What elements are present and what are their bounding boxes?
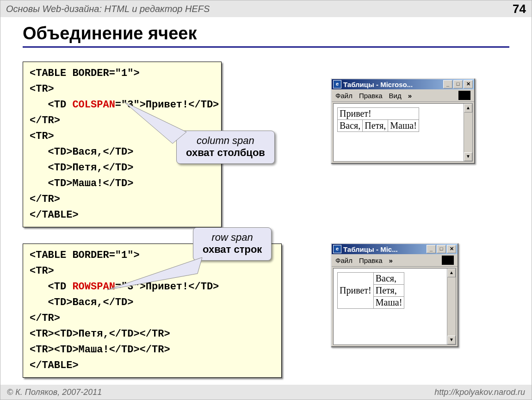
cell-r2c2: Петя, (363, 120, 388, 132)
ie-icon-2: e (333, 245, 341, 253)
scroll-up-icon[interactable]: ▲ (464, 104, 472, 112)
menu-file[interactable]: Файл (335, 92, 353, 100)
minimize-button[interactable]: _ (443, 80, 452, 88)
scroll-down-icon-2[interactable]: ▼ (447, 336, 456, 344)
minimize-button-2[interactable]: _ (427, 245, 436, 253)
ie-icon: e (333, 80, 341, 88)
callout-en-2: row span (203, 231, 262, 244)
callout-row-span: row span охват строк (193, 227, 272, 261)
title-rule (23, 46, 509, 48)
callout-ru-2: охват строк (203, 244, 262, 256)
scroll-down-icon[interactable]: ▼ (464, 152, 472, 161)
slide-header: Основы Web-дизайна: HTML и редактор HEFS… (0, 0, 532, 17)
window-title-2: Таблицы - Mic... (343, 245, 398, 253)
throbber-icon (458, 91, 470, 100)
throbber-icon-2 (442, 256, 454, 265)
titlebar-2: e Таблицы - Mic... _ □ ✕ (332, 244, 458, 254)
cell-rowspan: Привет! (338, 273, 374, 309)
maximize-button-2[interactable]: □ (437, 245, 446, 253)
browser-window-1: e Таблицы - Microso... _ □ ✕ Файл Правка… (331, 78, 475, 164)
menu-edit-2[interactable]: Правка (359, 256, 383, 264)
cell-r3: Маша! (373, 297, 404, 309)
close-button-2[interactable]: ✕ (447, 245, 456, 253)
client-area-1: Привет! Вася, Петя, Маша! ▲ ▼ (333, 103, 473, 162)
cell-r2c1: Вася, (338, 120, 363, 132)
client-area-2: Привет! Вася, Петя, Маша! ▲ ▼ (333, 268, 456, 345)
chevron-icon-2[interactable]: » (389, 256, 393, 264)
copyright: © К. Поляков, 2007-2011 (7, 388, 102, 397)
cell-r1c1: Привет! (338, 108, 419, 120)
slide: Основы Web-дизайна: HTML и редактор HEFS… (0, 0, 532, 400)
window-title: Таблицы - Microso... (343, 81, 413, 88)
scrollbar-v-1[interactable]: ▲ ▼ (464, 104, 472, 161)
footer-url: http://kpolyakov.narod.ru (434, 388, 525, 397)
page-number: 74 (513, 2, 526, 16)
slide-footer: © К. Поляков, 2007-2011 http://kpolyakov… (0, 385, 532, 400)
demo-table-rowspan: Привет! Вася, Петя, Маша! (337, 272, 404, 309)
callout-tail-2 (105, 257, 211, 294)
menu-view[interactable]: Вид (389, 92, 402, 100)
browser-window-2: e Таблицы - Mic... _ □ ✕ Файл Правка » П… (331, 243, 458, 347)
keyword-colspan: COLSPAN (72, 99, 115, 111)
scrollbar-v-2[interactable]: ▲ ▼ (447, 269, 456, 344)
titlebar-1: e Таблицы - Microso... _ □ ✕ (332, 79, 474, 89)
menubar-2: Файл Правка » (332, 254, 458, 267)
slide-title: Объединение ячеек (23, 24, 532, 44)
maximize-button[interactable]: □ (453, 80, 463, 88)
menubar-1: Файл Правка Вид » (332, 89, 474, 102)
callout-en: column span (186, 135, 265, 147)
svg-marker-1 (107, 257, 202, 290)
close-button[interactable]: ✕ (464, 80, 473, 88)
menu-edit[interactable]: Правка (359, 92, 383, 100)
svg-marker-0 (124, 102, 186, 144)
demo-table-colspan: Привет! Вася, Петя, Маша! (337, 107, 419, 132)
cell-r1: Вася, (373, 273, 404, 285)
callout-ru: охват столбцов (186, 147, 265, 159)
chevron-icon[interactable]: » (408, 92, 412, 100)
menu-file-2[interactable]: Файл (335, 256, 353, 264)
cell-r2c3: Маша! (388, 120, 419, 132)
course-title: Основы Web-дизайна: HTML и редактор HEFS (6, 4, 210, 14)
callout-tail-1 (122, 100, 196, 146)
scroll-up-icon-2[interactable]: ▲ (447, 269, 456, 277)
cell-r2: Петя, (373, 285, 404, 297)
